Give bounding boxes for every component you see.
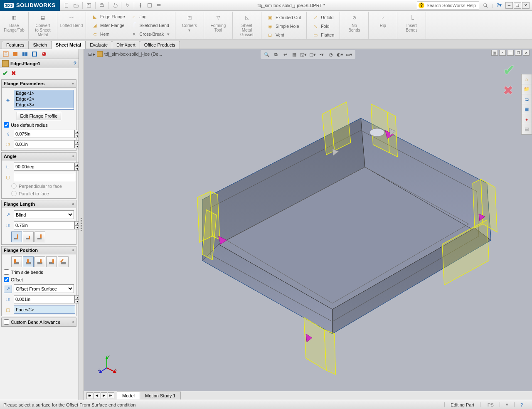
- undo-icon[interactable]: [111, 2, 118, 9]
- offset-type-select[interactable]: Offset From Surface: [14, 284, 74, 293]
- help-icon[interactable]: ?▾: [495, 2, 503, 9]
- config-tab[interactable]: [20, 50, 30, 58]
- custom-bend-section[interactable]: Custom Bend Allowance: [1, 318, 76, 327]
- angle-input[interactable]: [14, 163, 74, 171]
- fold-button[interactable]: ⤡Fold: [311, 22, 335, 30]
- help-question-icon[interactable]: ?: [74, 61, 76, 67]
- corners-button[interactable]: ◳Corners▾: [178, 12, 201, 32]
- tab-last[interactable]: ⏭: [108, 392, 114, 399]
- length-from-tangent-icon[interactable]: [34, 232, 45, 242]
- viewport[interactable]: ⊞▸tdj_sim-box-solid_j-joe (De... 🔍 ⧉ ↩ ▦…: [84, 49, 532, 391]
- save-icon[interactable]: [85, 2, 93, 9]
- panel-collapse-handle[interactable]: [79, 49, 84, 400]
- accept-icon[interactable]: ✔: [2, 69, 8, 77]
- search-input[interactable]: [417, 1, 479, 10]
- offset-checkbox[interactable]: Offset: [4, 277, 74, 282]
- angle-face-input[interactable]: [14, 173, 75, 181]
- tab-dimxpert[interactable]: DimXpert: [112, 41, 140, 49]
- edge-flange-button[interactable]: ◣Edge Flange: [90, 12, 126, 21]
- close-button[interactable]: ✕: [522, 2, 530, 9]
- print-icon[interactable]: [98, 2, 106, 9]
- tab-sketch[interactable]: Sketch: [28, 41, 52, 49]
- options-icon[interactable]: [146, 2, 153, 9]
- search-icon[interactable]: [482, 2, 489, 9]
- tab-prev[interactable]: ◀: [94, 392, 100, 399]
- gusset-button[interactable]: ◺Sheet Metal Gusset: [235, 12, 259, 37]
- select-icon[interactable]: [124, 2, 131, 9]
- property-tab[interactable]: [11, 50, 20, 58]
- feature-tree-tab[interactable]: [1, 50, 10, 58]
- minimize-button[interactable]: ─: [505, 2, 513, 9]
- svg-rect-17: [22, 52, 25, 56]
- radius-input[interactable]: [14, 130, 74, 138]
- restore-button[interactable]: ❐: [514, 2, 521, 9]
- view-triad[interactable]: Y X Z: [96, 353, 117, 374]
- part-icon: [97, 51, 103, 57]
- cross-break-button[interactable]: ✕Cross-Break▾: [130, 30, 171, 38]
- simple-hole-button[interactable]: ◉Simple Hole: [266, 22, 302, 30]
- length-from-outer-icon[interactable]: [11, 232, 22, 242]
- tab-features[interactable]: Features: [2, 41, 29, 49]
- section-header[interactable]: Flange Parameters: [2, 80, 76, 88]
- gap-input[interactable]: [14, 140, 74, 148]
- pos-tangent-icon[interactable]: [58, 256, 69, 267]
- feature-tree-flyout[interactable]: ⊞▸tdj_sim-box-solid_j-joe (De...: [86, 50, 165, 58]
- unfold-button[interactable]: ⤢Unfold: [311, 13, 335, 22]
- dimxpert-tab[interactable]: [30, 50, 39, 58]
- tab-next[interactable]: ▶: [101, 392, 107, 399]
- model-tab[interactable]: Model: [117, 392, 140, 399]
- lofted-bend-button[interactable]: 〰Lofted-Bend: [60, 12, 83, 28]
- use-default-radius-checkbox[interactable]: Use default radius: [4, 122, 74, 128]
- pos-material-inside-icon[interactable]: [11, 256, 22, 267]
- flange-parameters-section: Flange Parameters ◈ Edge<1> Edge<2> Edge…: [1, 79, 76, 151]
- flatten-button[interactable]: ▭Flatten: [311, 31, 335, 39]
- cancel-icon[interactable]: ✖: [11, 70, 16, 76]
- length-from-inner-icon[interactable]: [23, 232, 34, 242]
- forming-tool-button[interactable]: ▽Forming Tool: [207, 12, 230, 32]
- status-units[interactable]: IPS: [480, 402, 500, 407]
- no-bends-button[interactable]: ⊘No Bends: [342, 12, 366, 32]
- section-header[interactable]: Flange Position: [2, 246, 76, 254]
- sketched-bend-button[interactable]: ⎾Sketched Bend: [130, 21, 171, 30]
- tab-sheet-metal[interactable]: Sheet Metal: [51, 41, 86, 49]
- offset-value-input[interactable]: [14, 295, 74, 303]
- rip-button[interactable]: ⟋Rip: [371, 12, 394, 28]
- insert-bends-button[interactable]: ⎿Insert Bends: [400, 12, 423, 32]
- length-input[interactable]: [14, 221, 74, 229]
- svg-rect-6: [140, 3, 141, 5]
- svg-rect-23: [17, 234, 18, 239]
- extruded-cut-button[interactable]: ▣Extruded Cut: [266, 13, 302, 22]
- properties-icon[interactable]: [155, 2, 163, 9]
- jog-button[interactable]: ⌐Jog: [130, 12, 171, 21]
- miter-flange-button[interactable]: ◢Miter Flange: [90, 21, 126, 30]
- section-header[interactable]: Angle: [2, 153, 76, 160]
- open-icon[interactable]: [72, 2, 80, 9]
- edit-flange-profile-button[interactable]: Edit Flange Profile: [17, 112, 62, 120]
- pos-virtual-sharp-icon[interactable]: [46, 256, 57, 267]
- appearance-tab[interactable]: [39, 50, 49, 58]
- edge-list[interactable]: Edge<1> Edge<2> Edge<3>: [14, 90, 74, 110]
- pos-bend-outside-icon[interactable]: [34, 256, 45, 267]
- tab-evaluate[interactable]: Evaluate: [85, 41, 112, 49]
- hem-button[interactable]: ⊂Hem: [90, 30, 126, 38]
- gap-icon: ↕G: [4, 140, 12, 148]
- vent-button[interactable]: ⊞Vent: [266, 31, 302, 39]
- document-title: tdj_sim-box-solid_j-joe.SLDPRT *: [166, 3, 417, 8]
- view-tabs: ⏮ ◀ ▶ ⏭ Model Motion Study 1: [84, 391, 532, 400]
- convert-sheet-metal-button[interactable]: ⬓Convert to Sheet Metal: [31, 12, 54, 37]
- status-prompt: Please select a surface for the Offset F…: [3, 402, 135, 407]
- tab-first[interactable]: ⏮: [86, 392, 93, 399]
- svg-rect-0: [65, 3, 68, 7]
- base-flange-button[interactable]: ◧Base Flange/Tab: [2, 12, 26, 32]
- pos-material-outside-icon[interactable]: [23, 256, 34, 267]
- tab-office-products[interactable]: Office Products: [140, 41, 180, 49]
- end-condition-select[interactable]: Blind: [14, 210, 74, 219]
- status-custom-icon[interactable]: ▾: [500, 402, 514, 407]
- offset-face-input[interactable]: [14, 306, 75, 314]
- status-question-icon[interactable]: ?: [514, 402, 529, 407]
- rebuild-icon[interactable]: [137, 2, 144, 9]
- new-doc-icon[interactable]: [63, 2, 71, 9]
- trim-side-bends-checkbox[interactable]: Trim side bends: [4, 269, 74, 275]
- motion-study-tab[interactable]: Motion Study 1: [140, 392, 181, 399]
- section-header[interactable]: Flange Length: [2, 200, 76, 208]
